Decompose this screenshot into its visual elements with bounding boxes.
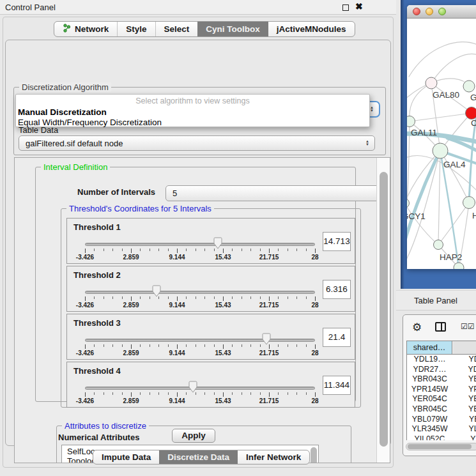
tick-mark [250, 344, 251, 347]
table-cell: YDL1 [453, 355, 476, 365]
tab-select[interactable]: Select [155, 22, 198, 36]
tick-mark [260, 344, 261, 347]
tab-jactivemnodules[interactable]: jActiveMNodules [268, 22, 355, 36]
table-data-combobox-value: galFiltered.sif default node [26, 139, 123, 148]
column-header-1[interactable]: n [453, 341, 476, 354]
table-row[interactable]: YDR27…YDR2 [407, 365, 476, 375]
node-label-GAL11: GAL11 [411, 128, 437, 137]
red-node[interactable] [466, 107, 476, 119]
tab-cyni-toolbox[interactable]: Cyni Toolbox [197, 22, 268, 36]
network-canvas[interactable]: GAL80GACGAL11GAL4GCY1HHAP2 [407, 19, 476, 269]
tick-label: 2.859 [117, 254, 145, 261]
tick-mark [85, 296, 86, 301]
minimize-traffic-light-icon[interactable] [426, 8, 433, 15]
tab-network[interactable]: Network [54, 22, 117, 36]
number-of-intervals-label: Number of Intervals [77, 187, 155, 197]
tick-label: 2.859 [117, 349, 145, 357]
network-edge[interactable] [410, 83, 431, 121]
network-window-titlebar[interactable] [407, 5, 476, 19]
network-edge[interactable] [410, 113, 472, 121]
tick-mark [214, 296, 215, 299]
tab-discretize-data[interactable]: Discretize Data [159, 450, 238, 464]
tab-style[interactable]: Style [117, 22, 155, 36]
tick-label: 9.144 [163, 302, 191, 309]
network-edge[interactable] [409, 42, 476, 77]
tick-label: 28 [301, 254, 329, 261]
tick-mark [131, 296, 132, 301]
network-edge[interactable] [438, 151, 440, 245]
network-edge[interactable] [407, 151, 440, 268]
list-scrollbar[interactable] [311, 447, 317, 463]
table-row[interactable]: YBR045CYBR0 [407, 404, 476, 415]
table-cell: YBR0 [453, 374, 476, 385]
table-horizontal-scrollbar[interactable] [406, 443, 476, 450]
network-desktop-edge [401, 0, 404, 289]
threshold-slider-track[interactable] [85, 291, 315, 294]
GAL80-node[interactable] [426, 77, 437, 89]
tick-mark [104, 249, 104, 251]
table-row[interactable]: YBR043CYBR0 [407, 374, 476, 385]
table-row[interactable]: YIL052CYIL0 [407, 434, 476, 440]
network-edge[interactable] [438, 203, 469, 245]
GAL4-node[interactable] [433, 143, 448, 158]
tick-mark [242, 296, 242, 299]
tick-mark [104, 344, 104, 347]
table-row[interactable]: YLR345WYLR3 [407, 424, 476, 434]
tick-mark [186, 249, 187, 251]
number-of-intervals-combobox[interactable]: 5 ▲▼ [165, 185, 390, 201]
algorithm-popup-item[interactable]: Manual Discretization [18, 107, 107, 117]
close-traffic-light-icon[interactable] [413, 8, 420, 15]
table-cell: YPR145W [407, 385, 452, 395]
table-horizontal-scrollbar-thumb[interactable] [408, 444, 472, 449]
table-row[interactable]: YDL19…YDL1 [407, 355, 476, 365]
H-node[interactable] [463, 197, 475, 209]
table-cell: YDL19… [407, 355, 452, 365]
tick-mark [214, 392, 215, 395]
table-data-combobox[interactable]: galFiltered.sif default node ▲▼ [19, 135, 375, 151]
tick-mark [296, 249, 297, 251]
tick-mark [104, 296, 104, 299]
float-window-icon[interactable] [342, 4, 349, 11]
threshold-value-field[interactable]: 21.4 [323, 328, 351, 347]
column-header-0[interactable]: shared… [407, 341, 452, 354]
threshold-value-field[interactable]: 14.713 [323, 232, 351, 251]
tab-impute-data[interactable]: Impute Data [93, 450, 159, 464]
threshold-value-field[interactable]: 6.316 [323, 280, 351, 299]
tab-infer-network[interactable]: Infer Network [238, 450, 309, 464]
table-row[interactable]: YPR145WYPR1 [407, 385, 476, 395]
panel-scrollbar[interactable] [376, 158, 390, 463]
split-view-icon[interactable] [435, 322, 446, 332]
tick-mark [223, 296, 224, 301]
bottom-tabbar: Impute DataDiscretize DataInfer Network [93, 450, 310, 464]
tick-mark [150, 344, 150, 347]
top-right-node[interactable] [463, 81, 475, 92]
zoom-traffic-light-icon[interactable] [438, 8, 446, 15]
slider-ticks [85, 249, 315, 253]
settings-scroll-panel: Interval Definition Number of Intervals … [14, 157, 390, 463]
threshold-value-field[interactable]: 11.344 [323, 376, 351, 395]
threshold-slider-track[interactable] [85, 387, 315, 390]
tick-mark [112, 249, 113, 251]
algorithm-popup-item[interactable]: Equal Width/Frequency Discretization [18, 118, 162, 127]
threshold-slider-track[interactable] [85, 339, 315, 342]
tick-mark [250, 392, 251, 395]
table-panel-header: Table Panel [396, 290, 476, 311]
threshold-slider-track[interactable] [85, 243, 315, 246]
panel-scrollbar-thumb[interactable] [380, 172, 388, 447]
close-icon[interactable]: ✖ [355, 1, 363, 12]
threshold-panel: Threshold 3-3.4262.8599.14415.4321.71528… [66, 314, 355, 360]
checkbox-icons[interactable]: ☑☑ [461, 322, 475, 331]
tick-mark [232, 392, 233, 395]
HAP2-node[interactable] [434, 240, 443, 250]
GCY1-node[interactable] [407, 199, 410, 208]
tab-label: Network [75, 24, 109, 34]
table-row[interactable]: YER054CYER0 [407, 394, 476, 404]
table-row[interactable]: YBL079WYBL0 [407, 415, 476, 425]
threshold-label: Threshold 3 [73, 318, 121, 328]
tick-mark [223, 344, 224, 349]
table-cell: YPR1 [453, 385, 476, 395]
network-edge[interactable] [407, 151, 440, 254]
apply-button[interactable]: Apply [172, 429, 215, 443]
GAL11-node[interactable] [407, 116, 415, 127]
gear-icon[interactable]: ⚙ [412, 321, 422, 334]
